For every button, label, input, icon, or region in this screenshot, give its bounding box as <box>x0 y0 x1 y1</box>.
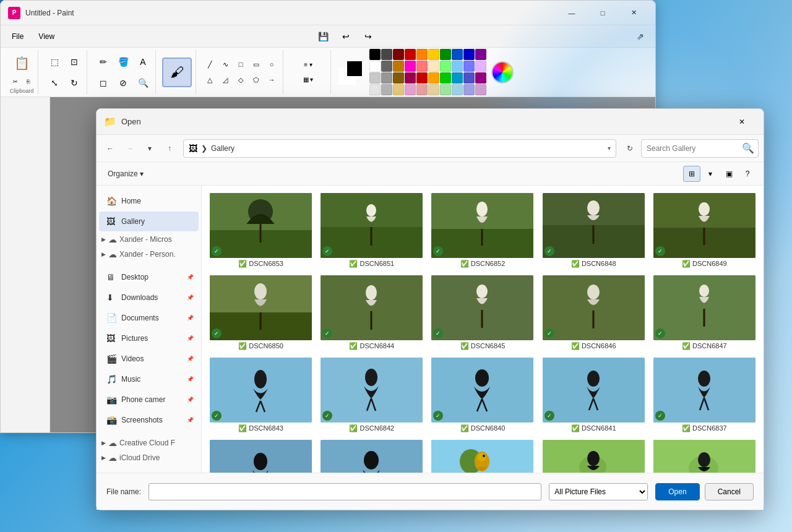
color-yellow[interactable] <box>428 49 439 60</box>
sidebar-group-creative-cloud[interactable]: ▶ ☁ Creative Cloud F <box>97 435 201 450</box>
undo-btn[interactable]: ↩ <box>336 28 356 45</box>
cut-btn[interactable]: ✂ <box>10 77 21 87</box>
color-darkgray[interactable] <box>381 49 392 60</box>
color-salmon[interactable] <box>416 84 428 95</box>
sidebar-item-music[interactable]: 🎵 Music 📌 <box>99 369 199 389</box>
filetype-select[interactable]: All Picture Files <box>549 483 648 500</box>
file-item-dscn6849[interactable]: ✓ ✅ DSCN6849 <box>650 191 759 270</box>
sidebar-item-pictures[interactable]: 🖼 Pictures 📌 <box>99 328 199 348</box>
detail-view-btn[interactable]: ▾ <box>702 166 719 182</box>
sidebar-item-videos[interactable]: 🎬 Videos 📌 <box>99 349 199 369</box>
sidebar-item-screenshots[interactable]: 📸 Screenshots 📌 <box>99 410 199 430</box>
file-item-dscn6843[interactable]: ✓ ✅ DSCN6843 <box>207 355 315 435</box>
redo-btn[interactable]: ↪ <box>358 28 378 45</box>
color-purple[interactable] <box>475 49 486 60</box>
color-silver[interactable] <box>369 72 381 84</box>
pencil-btn[interactable]: ✏ <box>93 52 113 72</box>
file-item-dscn6832[interactable]: ✓ ✅ DSCN6832 <box>428 437 536 473</box>
nav-forward-btn[interactable]: → <box>121 140 139 157</box>
select-btn[interactable]: ⬚ <box>45 52 64 72</box>
file-item-dscn6840[interactable]: ✓ ✅ DSCN6840 <box>428 355 536 435</box>
dialog-close-btn[interactable]: ✕ <box>728 113 756 131</box>
color-darkbrown[interactable] <box>393 72 404 84</box>
color-darkred[interactable] <box>393 49 404 60</box>
shape-ellipse[interactable]: ○ <box>264 57 279 72</box>
color-tan[interactable] <box>393 84 404 95</box>
file-item-dscn6852[interactable]: ✓ ✅ DSCN6852 <box>428 191 536 270</box>
shape-arrow[interactable]: → <box>264 72 279 87</box>
color-lightpurple[interactable] <box>463 61 475 72</box>
shape-tri[interactable]: △ <box>202 72 217 87</box>
address-bar[interactable]: 🖼 ❯ Gallery ▾ <box>183 139 616 158</box>
brush-active-btn[interactable]: 🖌 <box>162 58 192 87</box>
color-amber[interactable] <box>428 72 439 84</box>
file-item-dscn6845[interactable]: ✓ ✅ DSCN6845 <box>428 273 536 353</box>
file-item-dscn6851[interactable]: ✓ ✅ DSCN6851 <box>317 191 426 270</box>
file-item-dscn6847[interactable]: ✓ ✅ DSCN6847 <box>650 273 759 353</box>
file-menu[interactable]: File <box>6 30 30 43</box>
color-orange[interactable] <box>416 49 428 60</box>
crop-btn[interactable]: ⊡ <box>64 52 84 72</box>
color-mint[interactable] <box>440 84 451 95</box>
file-item-dscn6834[interactable]: ✓ ✅ DSCN6834 <box>650 437 759 473</box>
colorpick-btn[interactable]: ⊘ <box>113 73 133 93</box>
cancel-btn[interactable]: Cancel <box>705 483 754 500</box>
sidebar-item-desktop[interactable]: 🖥 Desktop 📌 <box>99 267 199 287</box>
sidebar-group-icloud[interactable]: ▶ ☁ iCloud Drive <box>97 450 201 465</box>
color-white[interactable] <box>369 61 381 72</box>
organize-btn[interactable]: Organize ▾ <box>104 168 147 180</box>
shape-diamond[interactable]: ◇ <box>233 72 248 87</box>
color-periwinkle[interactable] <box>463 84 475 95</box>
color-darkblue[interactable] <box>463 49 475 60</box>
rotate-btn[interactable]: ↻ <box>64 73 84 93</box>
minimize-button[interactable]: — <box>557 4 586 22</box>
shape-round-rect[interactable]: ▭ <box>249 57 264 72</box>
color-crimson[interactable] <box>416 72 428 84</box>
color-blue[interactable] <box>452 49 463 60</box>
open-btn[interactable]: Open <box>655 483 699 500</box>
sidebar-item-documents[interactable]: 📄 Documents 📌 <box>99 308 199 328</box>
share-btn[interactable]: ⇗ <box>631 28 650 45</box>
zoom-btn[interactable]: 🔍 <box>133 73 153 93</box>
preview-view-btn[interactable]: ▣ <box>720 166 738 182</box>
shape-curve[interactable]: ∿ <box>218 57 233 72</box>
color-lightgreen[interactable] <box>440 61 451 72</box>
color-green[interactable] <box>440 49 451 60</box>
color-lavender[interactable] <box>475 61 486 72</box>
sidebar-item-gallery[interactable]: 🖼 Gallery <box>99 212 199 231</box>
help-btn[interactable]: ? <box>739 166 756 182</box>
color-sky[interactable] <box>452 72 463 84</box>
sidebar-item-phone-camera[interactable]: 📷 Phone camer 📌 <box>99 390 199 410</box>
color-lightsilver[interactable] <box>369 84 381 95</box>
shape-line[interactable]: ╱ <box>202 57 217 72</box>
file-item-dscn6841[interactable]: ✓ ✅ DSCN6841 <box>540 355 648 435</box>
nav-back-btn[interactable]: ← <box>101 140 119 157</box>
maximize-button[interactable]: □ <box>588 4 617 22</box>
text-btn[interactable]: A <box>133 52 153 72</box>
color-wheel[interactable] <box>491 61 514 84</box>
file-item-dscn6850[interactable]: ✓ ✅ DSCN6850 <box>207 273 315 353</box>
search-input[interactable] <box>647 144 739 153</box>
stroke-btn[interactable]: ≡ ▾ <box>290 58 327 72</box>
shape-rect[interactable]: □ <box>233 57 248 72</box>
file-item-dscn6837[interactable]: ✓ ✅ DSCN6837 <box>650 355 759 435</box>
eraser-btn[interactable]: ◻ <box>93 73 113 93</box>
nav-refresh-btn[interactable]: ↻ <box>621 140 639 157</box>
color-magenta[interactable] <box>405 61 416 72</box>
copy-btn[interactable]: ⎘ <box>22 77 33 87</box>
sidebar-item-home[interactable]: 🏠 Home <box>99 191 199 211</box>
foreground-color[interactable] <box>346 60 363 77</box>
view-menu[interactable]: View <box>32 30 61 43</box>
nav-dropdown-btn[interactable]: ▾ <box>141 140 158 157</box>
fill-style-btn[interactable]: ▦ ▾ <box>290 73 327 87</box>
color-medgray[interactable] <box>381 72 392 84</box>
file-item-dscn6842[interactable]: ✓ ✅ DSCN6842 <box>317 355 426 435</box>
color-gray[interactable] <box>381 61 392 72</box>
sidebar-item-downloads[interactable]: ⬇ Downloads 📌 <box>99 288 199 307</box>
color-darksilver[interactable] <box>381 84 392 95</box>
shape-pent[interactable]: ⬠ <box>249 72 264 87</box>
filename-input[interactable] <box>148 483 541 500</box>
file-item-dscn6853[interactable]: ✓ ✅ DSCN6853 <box>207 191 315 270</box>
file-item-dscn6838[interactable]: ✓ ✅ DSCN6838 <box>207 437 315 473</box>
file-item-dscn6844[interactable]: ✓ ✅ DSCN6844 <box>317 273 426 353</box>
